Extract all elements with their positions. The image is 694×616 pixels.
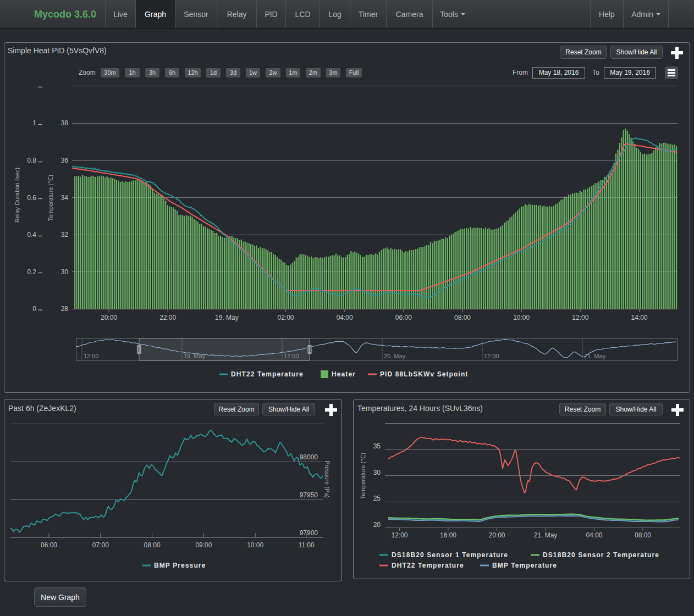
svg-text:28: 28 — [61, 305, 69, 313]
svg-text:Pressure (Pa): Pressure (Pa) — [324, 460, 331, 498]
svg-text:06:00: 06:00 — [41, 541, 57, 549]
svg-text:Heater: Heater — [332, 370, 356, 378]
svg-text:38: 38 — [61, 119, 69, 127]
svg-text:16:00: 16:00 — [440, 531, 456, 539]
svg-text:02:00: 02:00 — [277, 314, 294, 321]
svg-text:0.4: 0.4 — [27, 231, 36, 238]
svg-text:21. May: 21. May — [534, 531, 558, 539]
svg-text:08:00: 08:00 — [144, 541, 161, 549]
svg-text:0.8: 0.8 — [27, 157, 36, 164]
svg-text:12:00: 12:00 — [84, 353, 99, 359]
svg-text:08:00: 08:00 — [635, 531, 651, 539]
svg-text:0.2: 0.2 — [27, 268, 36, 276]
svg-text:12:00: 12:00 — [484, 353, 499, 359]
svg-text:32: 32 — [61, 231, 69, 238]
svg-text:08:00: 08:00 — [454, 314, 471, 321]
svg-text:06:00: 06:00 — [395, 314, 412, 321]
svg-text:04:00: 04:00 — [337, 314, 353, 321]
svg-text:BMP Pressure: BMP Pressure — [154, 562, 206, 569]
svg-text:DHT22 Temperature: DHT22 Temperature — [392, 562, 464, 569]
svg-text:98000: 98000 — [300, 453, 318, 461]
svg-text:35: 35 — [373, 442, 381, 450]
svg-text:25: 25 — [373, 495, 381, 502]
svg-text:07:00: 07:00 — [92, 541, 109, 549]
svg-text:97950: 97950 — [300, 491, 318, 499]
svg-text:Relay Duration (sec): Relay Duration (sec) — [14, 168, 20, 223]
svg-text:20:00: 20:00 — [488, 531, 505, 539]
svg-text:22:00: 22:00 — [159, 314, 176, 321]
svg-text:19. May: 19. May — [215, 314, 239, 321]
svg-text:21. May: 21. May — [584, 353, 606, 359]
svg-text:14:00: 14:00 — [631, 314, 647, 321]
svg-text:10:00: 10:00 — [247, 541, 263, 549]
svg-text:BMP Temperature: BMP Temperature — [492, 562, 557, 569]
svg-text:20:00: 20:00 — [101, 314, 117, 321]
svg-text:12:00: 12:00 — [284, 353, 299, 359]
svg-text:20. May: 20. May — [384, 353, 406, 359]
svg-text:04:00: 04:00 — [586, 531, 602, 539]
svg-text:PID 88LbSKWv Setpoint: PID 88LbSKWv Setpoint — [380, 370, 468, 378]
svg-text:11:00: 11:00 — [298, 541, 314, 549]
svg-text:30: 30 — [61, 268, 69, 276]
svg-text:10:00: 10:00 — [513, 314, 530, 321]
svg-text:19. May: 19. May — [184, 353, 206, 359]
svg-text:1: 1 — [32, 119, 36, 127]
svg-text:12:00: 12:00 — [391, 531, 407, 539]
svg-text:0.6: 0.6 — [27, 194, 36, 202]
svg-text:12:00: 12:00 — [572, 314, 588, 321]
svg-text:Temperature (℃): Temperature (℃) — [47, 175, 54, 221]
svg-text:DS18B20 Sensor 1 Temperature: DS18B20 Sensor 1 Temperature — [392, 551, 508, 559]
svg-text:09:00: 09:00 — [195, 541, 212, 549]
svg-text:DHT22 Temperature: DHT22 Temperature — [231, 370, 304, 378]
svg-text:36: 36 — [61, 157, 69, 164]
svg-text:20: 20 — [373, 521, 381, 529]
svg-text:0: 0 — [32, 305, 36, 313]
svg-text:34: 34 — [61, 194, 69, 202]
svg-text:Temperature (℃): Temperature (℃) — [360, 453, 366, 500]
svg-text:30: 30 — [373, 469, 381, 476]
svg-text:97900: 97900 — [300, 529, 318, 537]
svg-text:DS18B20 Sensor 2 Temperature: DS18B20 Sensor 2 Temperature — [543, 551, 659, 559]
